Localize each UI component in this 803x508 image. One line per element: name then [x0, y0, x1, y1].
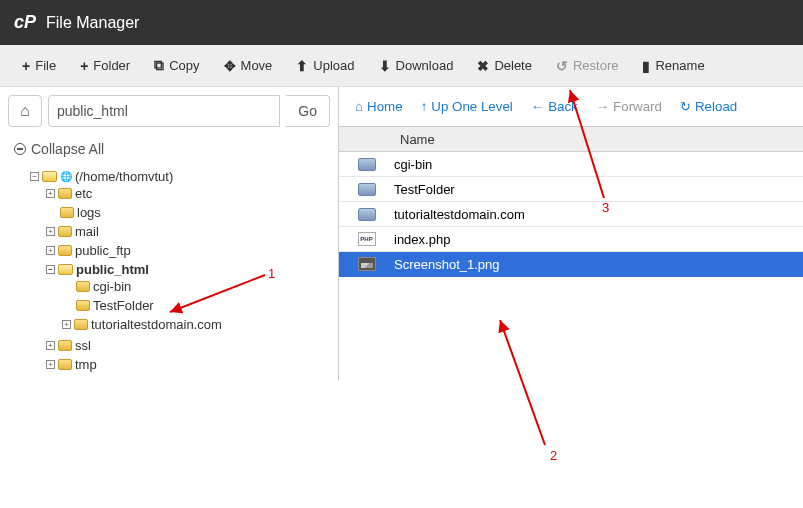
expand-toggle-icon[interactable]: +	[46, 360, 55, 369]
tree-item-public-ftp[interactable]: +public_ftp	[46, 243, 324, 258]
tree-item-mail[interactable]: +mail	[46, 224, 324, 239]
back-arrow-icon: ←	[531, 99, 544, 114]
nav-back-button[interactable]: ←Back	[525, 95, 584, 118]
delete-icon: ✖	[477, 58, 489, 74]
home-folder-icon	[42, 171, 57, 182]
new-file-button[interactable]: +File	[10, 51, 68, 81]
folder-tree: − 🌐 (/home/thomvtut) +etc logs +mail +pu…	[0, 163, 338, 380]
go-button[interactable]: Go	[286, 95, 330, 127]
app-title: File Manager	[46, 14, 139, 32]
download-button[interactable]: ⬇Download	[367, 51, 466, 81]
copy-icon: ⧉	[154, 57, 164, 74]
download-icon: ⬇	[379, 58, 391, 74]
folder-icon	[58, 245, 72, 256]
delete-button[interactable]: ✖Delete	[465, 51, 544, 81]
home-icon: ⌂	[20, 102, 30, 120]
path-input[interactable]	[48, 95, 280, 127]
cpanel-logo: cP	[14, 12, 36, 33]
copy-button[interactable]: ⧉Copy	[142, 50, 211, 81]
forward-arrow-icon: →	[596, 99, 609, 114]
file-list-pane: ⌂Home ↑Up One Level ←Back →Forward ↻Relo…	[338, 87, 803, 380]
folder-icon	[358, 158, 376, 171]
collapse-toggle-icon[interactable]: −	[30, 172, 39, 181]
up-arrow-icon: ↑	[421, 99, 428, 114]
expand-toggle-icon[interactable]: +	[46, 341, 55, 350]
globe-icon: 🌐	[60, 171, 72, 182]
php-file-icon: PHP	[358, 232, 376, 246]
folder-icon	[60, 207, 74, 218]
folder-icon	[74, 319, 88, 330]
folder-icon	[358, 208, 376, 221]
app-header: cP File Manager	[0, 0, 803, 45]
restore-button[interactable]: ↺Restore	[544, 51, 631, 81]
file-row-tutdomain[interactable]: tutorialtestdomain.com	[339, 202, 803, 227]
column-name[interactable]: Name	[394, 132, 435, 147]
annotation-number-2: 2	[550, 448, 557, 463]
collapse-all-button[interactable]: Collapse All	[0, 135, 338, 163]
rename-icon: ▮	[642, 58, 650, 74]
restore-icon: ↺	[556, 58, 568, 74]
nav-bar: ⌂Home ↑Up One Level ←Back →Forward ↻Relo…	[339, 87, 803, 126]
file-row-cgi-bin[interactable]: cgi-bin	[339, 152, 803, 177]
tree-item-public-html[interactable]: −public_html	[46, 262, 324, 277]
plus-icon: +	[80, 58, 88, 74]
tree-item-logs[interactable]: logs	[46, 205, 324, 220]
upload-button[interactable]: ⬆Upload	[284, 51, 366, 81]
expand-toggle-icon[interactable]: +	[46, 246, 55, 255]
folder-open-icon	[58, 264, 73, 275]
home-icon: ⌂	[355, 99, 363, 114]
image-file-icon	[358, 257, 376, 271]
tree-root[interactable]: − 🌐 (/home/thomvtut)	[30, 169, 324, 184]
tree-item-testfolder[interactable]: TestFolder	[62, 298, 324, 313]
sidebar: ⌂ Go Collapse All − 🌐 (/home/thomvtut) +…	[0, 87, 338, 380]
rename-button[interactable]: ▮Rename	[630, 51, 716, 81]
expand-toggle-icon[interactable]: +	[62, 320, 71, 329]
home-button[interactable]: ⌂	[8, 95, 42, 127]
expand-toggle-icon[interactable]: +	[46, 227, 55, 236]
nav-reload-button[interactable]: ↻Reload	[674, 95, 743, 118]
file-row-index[interactable]: PHPindex.php	[339, 227, 803, 252]
expand-toggle-icon[interactable]: +	[46, 189, 55, 198]
folder-icon	[58, 226, 72, 237]
nav-up-button[interactable]: ↑Up One Level	[415, 95, 519, 118]
folder-icon	[58, 359, 72, 370]
path-bar: ⌂ Go	[0, 87, 338, 135]
folder-icon	[58, 188, 72, 199]
folder-icon	[76, 281, 90, 292]
nav-forward-button[interactable]: →Forward	[590, 95, 668, 118]
upload-icon: ⬆	[296, 58, 308, 74]
move-button[interactable]: ✥Move	[212, 51, 285, 81]
tree-item-tmp[interactable]: +tmp	[46, 357, 324, 372]
tree-item-ssl[interactable]: +ssl	[46, 338, 324, 353]
collapse-icon	[14, 143, 26, 155]
file-row-screenshot[interactable]: Screenshot_1.png	[339, 252, 803, 277]
reload-icon: ↻	[680, 99, 691, 114]
tree-item-cgi-bin[interactable]: cgi-bin	[62, 279, 324, 294]
table-header: Name	[339, 126, 803, 152]
collapse-toggle-icon[interactable]: −	[46, 265, 55, 274]
folder-icon	[358, 183, 376, 196]
tree-item-tutdomain[interactable]: +tutorialtestdomain.com	[62, 317, 324, 332]
new-folder-button[interactable]: +Folder	[68, 51, 142, 81]
folder-icon	[58, 340, 72, 351]
move-icon: ✥	[224, 58, 236, 74]
folder-icon	[76, 300, 90, 311]
tree-item-etc[interactable]: +etc	[46, 186, 324, 201]
nav-home-button[interactable]: ⌂Home	[349, 95, 409, 118]
plus-icon: +	[22, 58, 30, 74]
main-toolbar: +File +Folder ⧉Copy ✥Move ⬆Upload ⬇Downl…	[0, 45, 803, 87]
file-row-testfolder[interactable]: TestFolder	[339, 177, 803, 202]
